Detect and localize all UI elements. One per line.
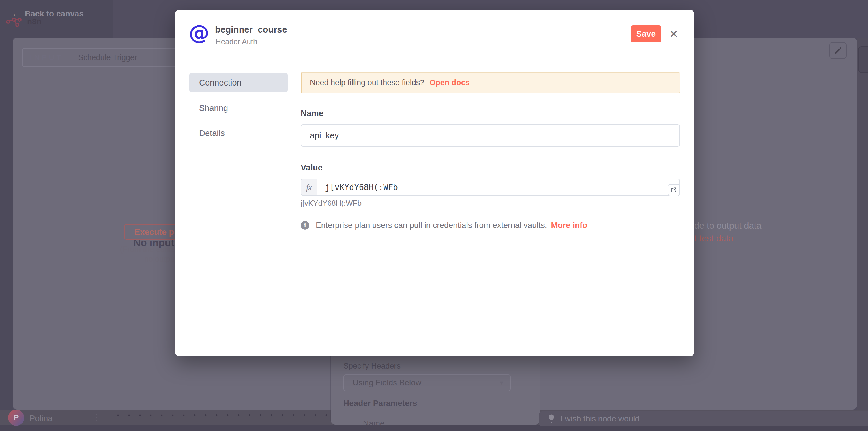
- node-feedback-placeholder: I wish this node would...: [560, 414, 646, 424]
- value-input-group: fx: [301, 178, 680, 196]
- lightbulb-icon: [548, 414, 555, 424]
- n8n-logo-text: n8n: [27, 17, 41, 26]
- credential-modal: @ beginner_course Header Auth Save ✕ Con…: [175, 9, 694, 356]
- tab-details[interactable]: Details: [189, 123, 288, 143]
- credential-type-subtitle: Header Auth: [216, 37, 257, 46]
- value-evaluated-preview: j[vKYdY68H(:WFb: [301, 199, 362, 208]
- node-feedback-input[interactable]: I wish this node would...: [539, 411, 868, 426]
- credential-form: Need help filling out these fields? Open…: [301, 9, 680, 356]
- specify-headers-select-value: Using Fields Below: [352, 378, 421, 387]
- header-parameters-divider: [343, 411, 511, 411]
- chevron-down-icon: ▾: [500, 379, 503, 387]
- user-name: Polina: [29, 414, 53, 423]
- n8n-logo-icon: [6, 16, 24, 27]
- output-hint-line1: de to output data: [694, 221, 762, 231]
- docs-help-text: Need help filling out these fields?: [310, 78, 424, 87]
- canvas-right-strip: [857, 38, 868, 410]
- expand-expression-icon: [670, 186, 677, 194]
- specify-headers-label: Specify Headers: [343, 362, 401, 371]
- tab-sharing[interactable]: Sharing: [189, 98, 288, 118]
- input-pane-label: INPUT: [23, 53, 71, 62]
- expression-fx-toggle[interactable]: fx: [301, 179, 317, 195]
- set-test-data-link[interactable]: t test data: [694, 233, 734, 244]
- parameter-name-label: Name: [363, 419, 385, 425]
- name-input[interactable]: [301, 124, 680, 147]
- input-node-selector: INPUT Schedule Trigger: [22, 48, 179, 67]
- vault-info-note: i Enterprise plan users can pull in cred…: [301, 221, 588, 230]
- user-menu-kebab-icon[interactable]: ⋮: [92, 412, 101, 423]
- value-field-label: Value: [301, 163, 322, 172]
- value-input[interactable]: [317, 179, 679, 195]
- edit-output-button[interactable]: [829, 42, 847, 59]
- credential-at-icon: @: [188, 21, 211, 44]
- canvas-left-strip: [0, 38, 13, 410]
- user-avatar[interactable]: P: [8, 410, 24, 426]
- pencil-icon: [833, 46, 843, 55]
- expand-expression-button[interactable]: [668, 184, 680, 196]
- input-node-name[interactable]: Schedule Trigger: [71, 53, 137, 62]
- vault-info-text: Enterprise plan users can pull in creden…: [316, 221, 547, 230]
- docs-help-banner: Need help filling out these fields? Open…: [301, 72, 680, 93]
- n8n-logo: n8n: [6, 16, 41, 27]
- input-hint-line1: (From the earlies: [120, 245, 179, 254]
- more-info-link[interactable]: More info: [551, 221, 588, 230]
- tab-connection[interactable]: Connection: [189, 73, 288, 92]
- workflow-node-partial: [858, 46, 868, 73]
- header-parameters-label: Header Parameters: [343, 399, 417, 408]
- name-field-label: Name: [301, 109, 323, 118]
- specify-headers-select[interactable]: Using Fields Below ▾: [343, 374, 511, 391]
- credential-title: beginner_course: [215, 25, 287, 35]
- open-docs-link[interactable]: Open docs: [429, 78, 470, 87]
- info-icon: i: [301, 221, 309, 230]
